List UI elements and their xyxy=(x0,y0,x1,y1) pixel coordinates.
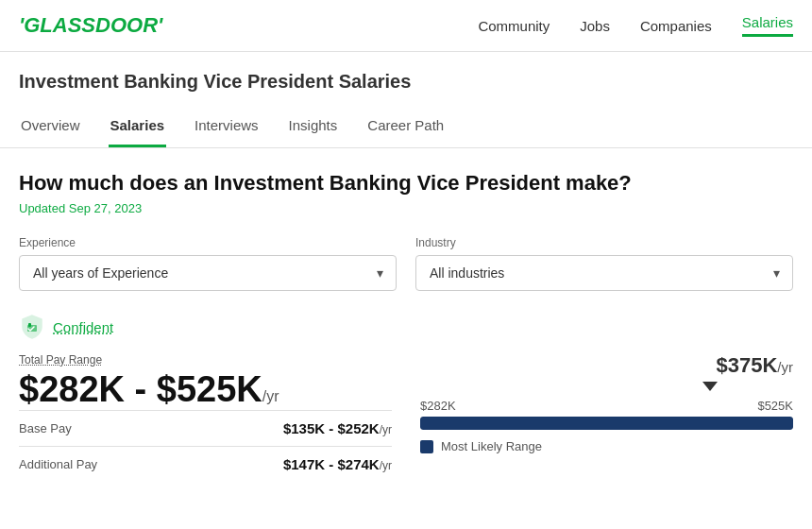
header: 'GLASSDOOR' Community Jobs Companies Sal… xyxy=(0,0,812,52)
svg-rect-1 xyxy=(28,323,31,327)
confident-row: Confident xyxy=(19,314,793,340)
pay-bar-fill xyxy=(420,417,793,430)
total-pay-range: $282K - $525K/yr xyxy=(19,370,392,410)
nav-salaries[interactable]: Salaries xyxy=(742,14,793,37)
base-pay-value: $135K - $252K/yr xyxy=(283,420,392,436)
median-value: $375K xyxy=(716,353,777,377)
additional-pay-value: $147K - $274K/yr xyxy=(283,456,392,472)
section-title: How much does an Investment Banking Vice… xyxy=(19,171,793,196)
total-pay-label: Total Pay Range xyxy=(19,353,392,367)
tab-insights[interactable]: Insights xyxy=(287,108,340,147)
tab-career-path[interactable]: Career Path xyxy=(365,108,446,147)
industry-select-wrapper[interactable]: All industries xyxy=(415,255,793,291)
confident-shield-icon xyxy=(19,314,45,340)
main-nav: Community Jobs Companies Salaries xyxy=(478,14,793,37)
page-title-area: Investment Banking Vice President Salari… xyxy=(0,52,812,93)
tabs: Overview Salaries Interviews Insights Ca… xyxy=(0,108,812,148)
pay-left: Total Pay Range $282K - $525K/yr Base Pa… xyxy=(19,353,392,482)
total-pay-per-yr: /yr xyxy=(262,388,279,404)
total-pay-range-value: $282K - $525K xyxy=(19,369,262,409)
nav-jobs[interactable]: Jobs xyxy=(580,18,610,34)
page-title: Investment Banking Vice President Salari… xyxy=(19,71,793,93)
range-max-label: $525K xyxy=(757,399,793,413)
experience-select[interactable]: All years of Experience xyxy=(19,255,397,291)
legend-label: Most Likely Range xyxy=(441,439,542,453)
industry-select[interactable]: All industries xyxy=(415,255,793,291)
nav-community[interactable]: Community xyxy=(478,18,550,34)
range-labels: $282K $525K xyxy=(420,399,793,413)
tab-interviews[interactable]: Interviews xyxy=(193,108,261,147)
filters: Experience All years of Experience Indus… xyxy=(19,236,793,291)
additional-pay-label: Additional Pay xyxy=(19,457,97,471)
tab-salaries[interactable]: Salaries xyxy=(109,108,167,147)
median-indicator-arrow xyxy=(702,382,718,391)
median-per-yr: /yr xyxy=(777,359,793,375)
base-pay-row: Base Pay $135K - $252K/yr xyxy=(19,410,392,446)
updated-date: Updated Sep 27, 2023 xyxy=(19,201,793,215)
nav-companies[interactable]: Companies xyxy=(640,18,712,34)
main-content: How much does an Investment Banking Vice… xyxy=(0,148,812,504)
base-pay-label: Base Pay xyxy=(19,421,72,435)
industry-label: Industry xyxy=(415,236,793,249)
pay-bar-track xyxy=(420,417,793,430)
tab-overview[interactable]: Overview xyxy=(19,108,82,147)
pay-right: $375K/yr $282K $525K Most Likely Range xyxy=(420,353,793,453)
industry-filter-group: Industry All industries xyxy=(415,236,793,291)
experience-select-wrapper[interactable]: All years of Experience xyxy=(19,255,397,291)
legend: Most Likely Range xyxy=(420,439,793,453)
experience-label: Experience xyxy=(19,236,397,249)
range-min-label: $282K xyxy=(420,399,456,413)
additional-pay-row: Additional Pay $147K - $274K/yr xyxy=(19,446,392,482)
confident-text[interactable]: Confident xyxy=(53,319,113,335)
logo[interactable]: 'GLASSDOOR' xyxy=(19,13,162,38)
experience-filter-group: Experience All years of Experience xyxy=(19,236,397,291)
pay-section: Total Pay Range $282K - $525K/yr Base Pa… xyxy=(19,353,793,482)
legend-box xyxy=(420,440,433,453)
